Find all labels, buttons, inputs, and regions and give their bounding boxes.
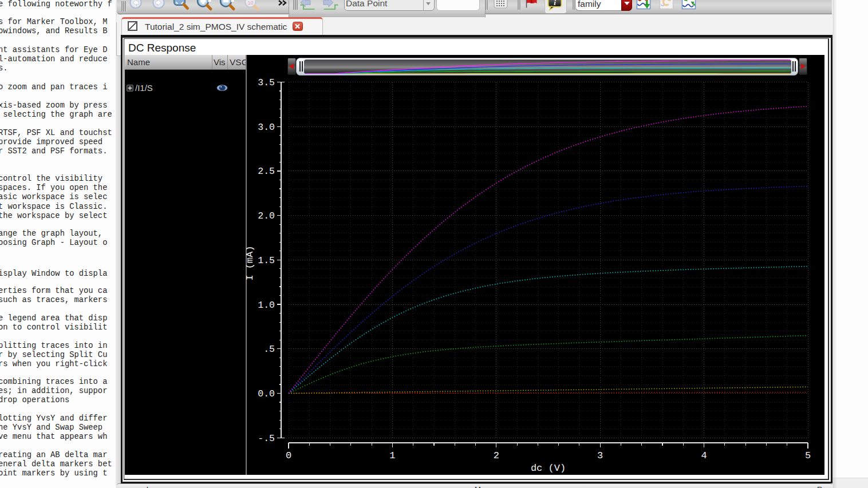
- svg-text:dc (V): dc (V): [531, 463, 566, 474]
- svg-text:I (mA): I (mA): [246, 245, 255, 280]
- svg-text:2.5: 2.5: [258, 166, 275, 177]
- svg-text:.5: .5: [263, 344, 275, 355]
- svg-text:0.0: 0.0: [258, 388, 275, 399]
- svg-text:2.0: 2.0: [258, 211, 275, 221]
- svg-text:1.0: 1.0: [258, 300, 275, 311]
- svg-text:10: 10: [247, 0, 253, 6]
- svg-text:0: 0: [286, 450, 291, 461]
- svg-text:1.5: 1.5: [258, 255, 275, 266]
- svg-text:4: 4: [701, 450, 707, 461]
- svg-text:-.5: -.5: [258, 433, 275, 444]
- svg-text:1: 1: [389, 450, 395, 461]
- svg-text:3.0: 3.0: [258, 122, 275, 133]
- svg-text:3.5: 3.5: [258, 77, 275, 88]
- svg-text:3: 3: [597, 450, 603, 461]
- svg-text:2: 2: [494, 450, 499, 461]
- svg-text:5: 5: [805, 450, 811, 461]
